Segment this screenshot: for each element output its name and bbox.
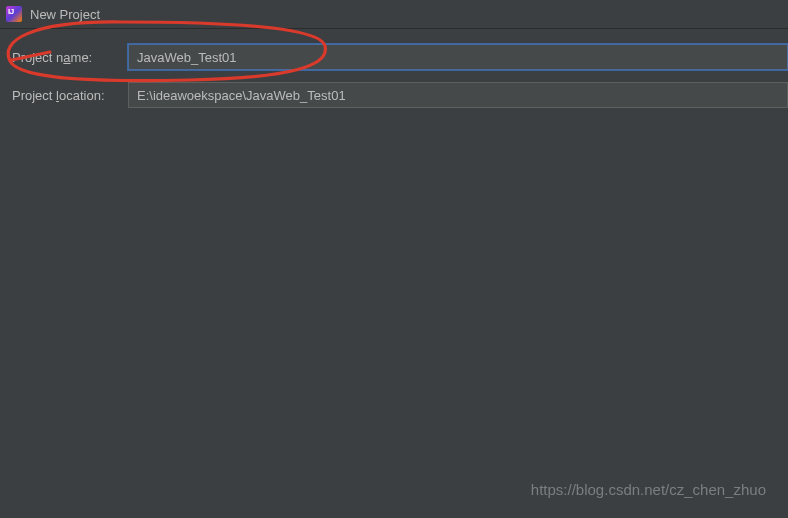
title-bar: New Project	[0, 0, 788, 28]
window-title: New Project	[30, 7, 100, 22]
project-location-row: Project location:	[0, 81, 788, 109]
form-area: Project name: Project location:	[0, 29, 788, 109]
watermark-text: https://blog.csdn.net/cz_chen_zhuo	[531, 481, 766, 498]
project-location-label: Project location:	[0, 88, 128, 103]
intellij-icon	[6, 6, 22, 22]
project-name-input-wrap	[128, 44, 788, 70]
project-name-input[interactable]	[128, 44, 788, 70]
project-location-input[interactable]	[128, 82, 788, 108]
project-name-row: Project name:	[0, 43, 788, 71]
project-name-label: Project name:	[0, 50, 128, 65]
project-location-input-wrap	[128, 82, 788, 108]
